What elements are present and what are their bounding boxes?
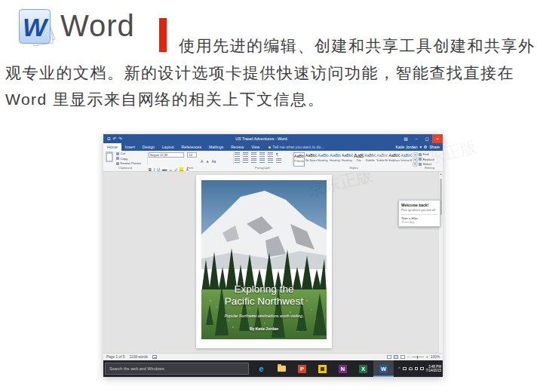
- find-button[interactable]: Find: [419, 152, 434, 156]
- page-indicator[interactable]: Page 1 of 5: [106, 355, 125, 359]
- align-left-icon[interactable]: [235, 158, 240, 163]
- grow-font-button[interactable]: A: [201, 159, 203, 164]
- zoom-level[interactable]: 100%: [431, 355, 440, 359]
- tab-insert[interactable]: Insert: [121, 143, 139, 151]
- shrink-font-button[interactable]: A: [207, 160, 209, 164]
- description-line-1: 使用先进的编辑、创建和共享工具创建和共享外: [179, 35, 535, 57]
- close-icon[interactable]: ×: [432, 134, 443, 143]
- style-heading2[interactable]: AaBbCcCHeading 2: [330, 152, 341, 167]
- zoom-out-icon[interactable]: –: [407, 355, 410, 359]
- tab-home[interactable]: Home: [103, 143, 121, 151]
- format-painter-icon: [116, 162, 119, 165]
- print-layout-icon[interactable]: [394, 355, 398, 359]
- paragraph-group-label: Paragraph: [235, 166, 290, 170]
- paste-icon[interactable]: [106, 152, 113, 162]
- bullets-icon[interactable]: [235, 152, 240, 157]
- style-intense-emphasis[interactable]: AaBbCcDdIntense E...: [400, 152, 412, 167]
- document-area: 京东正版: [103, 172, 443, 353]
- undo-icon[interactable]: ↶: [113, 134, 117, 143]
- tab-references[interactable]: References: [178, 143, 206, 151]
- clipboard-group-label: Clipboard: [105, 166, 146, 170]
- style-emphasis[interactable]: AaBbCcDdEmphasis: [388, 152, 400, 167]
- tray-caret-icon[interactable]: ^: [398, 366, 400, 371]
- zoom-slider-thumb[interactable]: [417, 356, 419, 359]
- welcome-back-popup[interactable]: Welcome back! Pick up where you left off…: [398, 200, 440, 227]
- read-mode-icon[interactable]: [387, 355, 391, 359]
- tab-view[interactable]: View: [247, 143, 263, 151]
- select-icon: [419, 163, 422, 166]
- status-bar: Page 1 of 5 1138 words – + 100%: [103, 353, 443, 360]
- taskbar-file-explorer-button[interactable]: [272, 360, 292, 377]
- onenote-icon: N: [339, 365, 347, 373]
- decrease-indent-icon[interactable]: [259, 152, 265, 157]
- borders-icon[interactable]: [276, 158, 281, 163]
- scrollbar-up-icon[interactable]: ▲: [439, 172, 443, 177]
- tell-me-box[interactable]: Tell me what you want to do...: [268, 143, 324, 151]
- taskbar-search-input[interactable]: Search the web and Windows: [105, 363, 249, 375]
- taskbar-excel-button[interactable]: X: [353, 360, 373, 377]
- change-case-button[interactable]: Aa: [212, 160, 216, 164]
- taskbar-clock[interactable]: 3:48 PM 7/14/2015: [426, 365, 441, 372]
- tab-design[interactable]: Design: [139, 143, 158, 151]
- style-heading1[interactable]: AaBbCHeading 1: [318, 152, 329, 167]
- cut-button[interactable]: Cut: [116, 152, 141, 155]
- action-center-icon[interactable]: [420, 367, 424, 370]
- numbering-icon[interactable]: [243, 152, 248, 157]
- style-heading3[interactable]: AaBbCcDHeading 3: [342, 152, 353, 167]
- tab-layout[interactable]: Layout: [158, 143, 178, 151]
- styles-gallery: AaBbCcDc¶ Normal AaBbCcDcNo Spacing AaBb…: [293, 152, 416, 167]
- taskbar-onenote-button[interactable]: N: [333, 360, 353, 377]
- description-line-3: Word 里显示来自网络的相关上下文信息。: [5, 89, 324, 110]
- taskbar-word-button[interactable]: W: [373, 360, 394, 377]
- zoom-in-icon[interactable]: +: [426, 355, 428, 359]
- style-subtitle[interactable]: AaBbCcDSubtitle: [364, 152, 376, 167]
- popup-title: Welcome back!: [401, 203, 437, 207]
- align-center-icon[interactable]: [243, 158, 248, 163]
- style-no-spacing[interactable]: AaBbCcDcNo Spacing: [305, 152, 317, 167]
- taskbar-yellow-app-button[interactable]: [312, 360, 333, 377]
- pilcrow-icon[interactable]: ¶: [276, 152, 278, 157]
- ribbon-display-options-icon[interactable]: ▤: [400, 134, 411, 143]
- multilevel-list-icon[interactable]: [251, 152, 256, 157]
- font-group-label: Font: [149, 166, 232, 170]
- accent-bar: [159, 18, 167, 52]
- style-subtle-emphasis[interactable]: AaBbCcDdSubtle Em...: [376, 152, 388, 167]
- page: W Word 使用先进的编辑、创建和共享工具创建和共享外 观专业的文档。新的设计…: [0, 0, 537, 392]
- maximize-icon[interactable]: ▢: [422, 134, 432, 143]
- font-family-select[interactable]: Segoe UI (H: [149, 152, 184, 158]
- copy-button[interactable]: Copy: [116, 157, 141, 161]
- edge-icon: e: [259, 364, 263, 373]
- battery-icon[interactable]: [403, 367, 407, 370]
- document-page[interactable]: Exploring the Pacific Northwest Popular …: [196, 175, 332, 348]
- clipboard-group: Cut Copy Format Painter: [116, 152, 141, 165]
- style-normal[interactable]: AaBbCcDc¶ Normal: [293, 152, 305, 167]
- format-painter-button[interactable]: Format Painter: [116, 161, 141, 165]
- tab-mailings[interactable]: Mailings: [205, 143, 227, 151]
- vertical-scrollbar[interactable]: ▲: [438, 172, 443, 353]
- taskbar-edge-button[interactable]: e: [251, 360, 272, 377]
- user-dropdown-icon[interactable]: ▾: [420, 145, 422, 149]
- save-icon[interactable]: ⊡: [107, 134, 111, 143]
- share-button[interactable]: Share: [429, 145, 440, 149]
- description-line-2: 观专业的文档。新的设计选项卡提供快速访问功能，智能查找直接在: [5, 63, 514, 84]
- tab-review[interactable]: Review: [227, 143, 247, 151]
- proofing-icon[interactable]: [152, 355, 157, 359]
- style-title[interactable]: AaBTitle: [354, 152, 364, 167]
- justify-icon[interactable]: [259, 158, 265, 163]
- word-count[interactable]: 1138 words: [130, 355, 148, 359]
- line-spacing-icon[interactable]: [268, 158, 273, 163]
- replace-button[interactable]: Replace: [419, 158, 434, 161]
- word-icon: W: [379, 365, 388, 373]
- user-name[interactable]: Katie Jordan: [395, 145, 417, 149]
- align-right-icon[interactable]: [251, 158, 256, 163]
- replace-icon: [419, 158, 422, 161]
- zoom-slider[interactable]: [412, 357, 424, 357]
- web-layout-icon[interactable]: [400, 355, 405, 359]
- increase-indent-icon[interactable]: [268, 152, 273, 157]
- minimize-icon[interactable]: –: [411, 134, 422, 143]
- taskbar-powerpoint-button[interactable]: P: [292, 360, 312, 377]
- network-icon[interactable]: [409, 367, 413, 370]
- svg-text:W: W: [23, 13, 49, 41]
- volume-icon[interactable]: [415, 367, 418, 370]
- font-size-select[interactable]: 14: [187, 152, 197, 158]
